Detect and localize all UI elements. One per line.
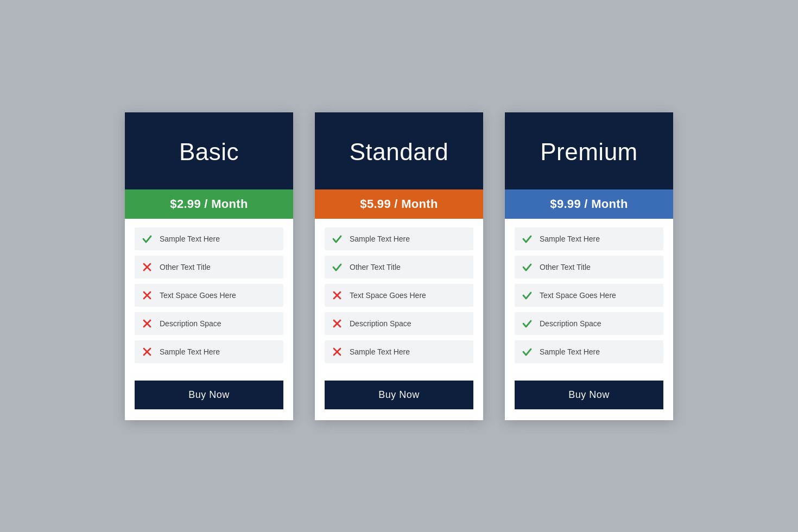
feature-text-basic-4: Sample Text Here: [160, 347, 220, 356]
feature-text-premium-1: Other Text Title: [540, 263, 591, 271]
feature-item-standard-3: Description Space: [325, 312, 473, 335]
cross-icon: [331, 346, 343, 358]
card-header-basic: Basic: [125, 112, 293, 189]
feature-text-basic-0: Sample Text Here: [160, 235, 220, 243]
feature-item-premium-0: Sample Text Here: [515, 227, 663, 250]
feature-text-standard-4: Sample Text Here: [350, 347, 410, 356]
feature-text-premium-4: Sample Text Here: [540, 347, 600, 356]
feature-item-basic-0: Sample Text Here: [135, 227, 283, 250]
feature-text-premium-2: Text Space Goes Here: [540, 291, 616, 300]
pricing-card-basic: Basic$2.99 / Month Sample Text Here Othe…: [125, 112, 293, 420]
feature-text-basic-1: Other Text Title: [160, 263, 211, 271]
feature-item-basic-2: Text Space Goes Here: [135, 284, 283, 307]
feature-text-standard-1: Other Text Title: [350, 263, 401, 271]
features-list-premium: Sample Text Here Other Text Title Text S…: [505, 219, 673, 372]
feature-text-standard-0: Sample Text Here: [350, 235, 410, 243]
cross-icon: [331, 289, 343, 301]
features-list-basic: Sample Text Here Other Text Title Text S…: [125, 219, 293, 372]
pricing-card-premium: Premium$9.99 / Month Sample Text Here Ot…: [505, 112, 673, 420]
feature-text-premium-3: Description Space: [540, 319, 601, 328]
check-icon: [521, 261, 533, 273]
feature-item-premium-1: Other Text Title: [515, 256, 663, 278]
feature-text-basic-2: Text Space Goes Here: [160, 291, 236, 300]
feature-item-premium-3: Description Space: [515, 312, 663, 335]
pricing-card-standard: Standard$5.99 / Month Sample Text Here O…: [315, 112, 483, 420]
card-title-premium: Premium: [516, 138, 662, 166]
check-icon: [331, 233, 343, 245]
card-header-premium: Premium: [505, 112, 673, 189]
feature-text-premium-0: Sample Text Here: [540, 235, 600, 243]
cross-icon: [141, 318, 153, 330]
card-header-standard: Standard: [315, 112, 483, 189]
check-icon: [521, 318, 533, 330]
check-icon: [331, 261, 343, 273]
cross-icon: [141, 261, 153, 273]
feature-item-basic-3: Description Space: [135, 312, 283, 335]
card-title-standard: Standard: [326, 138, 472, 166]
feature-item-basic-1: Other Text Title: [135, 256, 283, 278]
buy-button-standard[interactable]: Buy Now: [325, 381, 473, 409]
card-title-basic: Basic: [136, 138, 282, 166]
features-list-standard: Sample Text Here Other Text Title Text S…: [315, 219, 483, 372]
check-icon: [521, 289, 533, 301]
check-icon: [521, 233, 533, 245]
price-badge-premium: $9.99 / Month: [505, 189, 673, 219]
feature-item-standard-2: Text Space Goes Here: [325, 284, 473, 307]
feature-item-premium-4: Sample Text Here: [515, 340, 663, 363]
feature-item-premium-2: Text Space Goes Here: [515, 284, 663, 307]
feature-item-standard-4: Sample Text Here: [325, 340, 473, 363]
buy-button-basic[interactable]: Buy Now: [135, 381, 283, 409]
cross-icon: [141, 346, 153, 358]
cross-icon: [141, 289, 153, 301]
price-badge-standard: $5.99 / Month: [315, 189, 483, 219]
feature-text-basic-3: Description Space: [160, 319, 221, 328]
feature-text-standard-2: Text Space Goes Here: [350, 291, 426, 300]
feature-item-standard-0: Sample Text Here: [325, 227, 473, 250]
buy-button-premium[interactable]: Buy Now: [515, 381, 663, 409]
check-icon: [141, 233, 153, 245]
check-icon: [521, 346, 533, 358]
feature-item-standard-1: Other Text Title: [325, 256, 473, 278]
feature-item-basic-4: Sample Text Here: [135, 340, 283, 363]
cross-icon: [331, 318, 343, 330]
pricing-container: Basic$2.99 / Month Sample Text Here Othe…: [125, 112, 673, 420]
price-badge-basic: $2.99 / Month: [125, 189, 293, 219]
feature-text-standard-3: Description Space: [350, 319, 411, 328]
